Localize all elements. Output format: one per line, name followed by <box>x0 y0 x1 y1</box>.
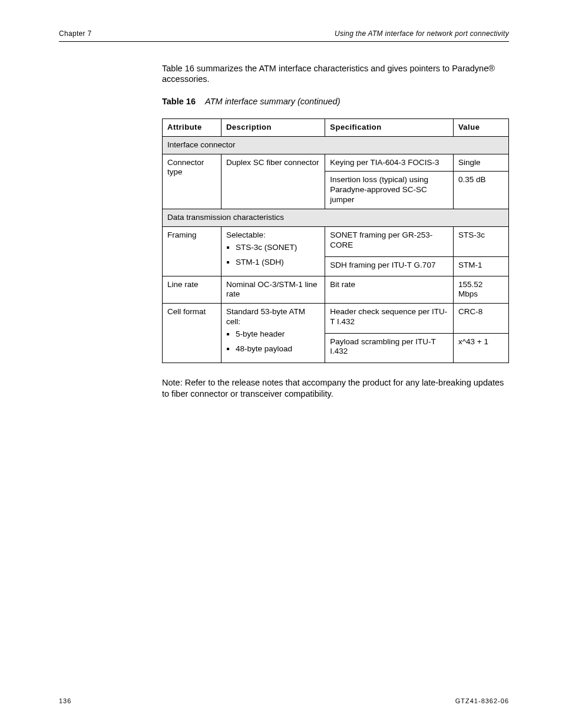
note-text: Refer to the release notes that accompan… <box>162 378 504 399</box>
list-item: STS-3c (SONET) <box>236 243 320 253</box>
desc-prefix: Selectable: <box>226 230 266 239</box>
cell-value: STM-1 <box>453 256 508 276</box>
note-label: Note: <box>162 377 183 389</box>
section-label: Interface connector <box>163 136 509 154</box>
atm-interface-table: Attribute Description Specification Valu… <box>162 118 509 363</box>
cell-spec: Keying per TIA-604-3 FOCIS-3 <box>325 154 454 172</box>
cell-spec: SDH framing per ITU-T G.707 <box>325 256 454 276</box>
note-block: Note: Refer to the release notes that ac… <box>162 377 509 400</box>
header-rule <box>59 41 509 42</box>
table-number: Table 16 <box>162 97 196 106</box>
cell-description: Selectable: STS-3c (SONET) STM-1 (SDH) <box>221 226 325 276</box>
cell-value: STS-3c <box>453 226 508 256</box>
cell-description: Duplex SC fiber connector <box>221 154 325 209</box>
cell-spec: SONET framing per GR-253-CORE <box>325 226 454 256</box>
list-item: STM-1 (SDH) <box>236 258 320 268</box>
cell-spec: Insertion loss (typical) using Paradyne-… <box>325 172 454 209</box>
table-row: Cell format Standard 53-byte ATM cell: 5… <box>163 304 509 333</box>
section-label: Data transmission characteristics <box>163 209 509 227</box>
cell-attribute: Framing <box>163 226 222 276</box>
doc-number: GTZ41-8362-06 <box>455 697 509 704</box>
header-chapter: Chapter 7 <box>59 29 91 38</box>
page-footer: 136 GTZ41-8362-06 <box>59 697 509 704</box>
table-section-connector: Interface connector <box>163 136 509 154</box>
cell-value: 155.52 Mbps <box>453 276 508 304</box>
th-specification: Specification <box>325 119 454 136</box>
table-row: Line rate Nominal OC-3/STM-1 line rate B… <box>163 276 509 304</box>
cell-attribute: Line rate <box>163 276 222 304</box>
table-header-row: Attribute Description Specification Valu… <box>163 119 509 136</box>
cell-spec: Payload scrambling per ITU-T I.432 <box>325 333 454 363</box>
table-section-transmission: Data transmission characteristics <box>163 209 509 227</box>
table-title: ATM interface summary (continued) <box>205 97 340 106</box>
cell-value: Single <box>453 154 508 172</box>
header-topic: Using the ATM interface for network port… <box>335 29 509 38</box>
cell-description: Standard 53-byte ATM cell: 5-byte header… <box>221 304 325 363</box>
desc-prefix: Standard 53-byte ATM cell: <box>226 307 305 326</box>
body-column: Table 16 summarizes the ATM interface ch… <box>162 63 509 400</box>
table-row: Framing Selectable: STS-3c (SONET) STM-1… <box>163 226 509 256</box>
list-item: 5-byte header <box>236 330 320 340</box>
intro-paragraph: Table 16 summarizes the ATM interface ch… <box>162 63 509 84</box>
cell-spec: Header check sequence per ITU-T I.432 <box>325 304 454 333</box>
cell-spec: Bit rate <box>325 276 454 304</box>
cell-value: 0.35 dB <box>453 172 508 209</box>
cell-description: Nominal OC-3/STM-1 line rate <box>221 276 325 304</box>
cell-attribute: Cell format <box>163 304 222 363</box>
th-attribute: Attribute <box>163 119 222 136</box>
desc-bullet-list: 5-byte header 48-byte payload <box>226 330 320 354</box>
th-value: Value <box>453 119 508 136</box>
desc-bullet-list: STS-3c (SONET) STM-1 (SDH) <box>226 243 320 268</box>
th-description: Description <box>221 119 325 136</box>
cell-value: x^43 + 1 <box>453 333 508 363</box>
page-header: Chapter 7 Using the ATM interface for ne… <box>59 29 509 38</box>
cell-value: CRC-8 <box>453 304 508 333</box>
list-item: 48-byte payload <box>236 344 320 354</box>
cell-attribute: Connector type <box>163 154 222 209</box>
table-row: Connector type Duplex SC fiber connector… <box>163 154 509 172</box>
page-number: 136 <box>59 697 71 704</box>
table-caption: Table 16 ATM interface summary (continue… <box>162 96 509 107</box>
